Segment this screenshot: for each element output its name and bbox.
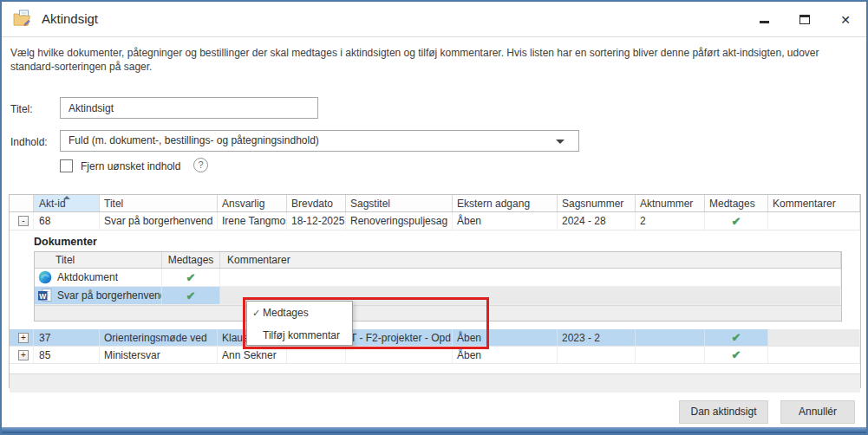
menu-check-icon: ✓ bbox=[247, 308, 263, 319]
documents-table-footer bbox=[35, 305, 841, 321]
chevron-down-icon bbox=[556, 140, 565, 144]
folder-document-icon bbox=[13, 10, 33, 30]
context-menu: ✓ Medtages Tilføj kommentar bbox=[246, 301, 353, 346]
edge-browser-icon bbox=[38, 270, 52, 284]
header-aktnummer[interactable]: Aktnummer bbox=[636, 195, 705, 211]
fjern-uonsket-checkbox[interactable] bbox=[60, 159, 73, 172]
document-row-svar-paa-borgerhenvendelse[interactable]: W Svar på borgerhenvend ✔ bbox=[35, 287, 841, 305]
dialog-title: Aktindsigt bbox=[42, 11, 98, 26]
medtages-check-icon: ✔ bbox=[732, 331, 741, 344]
title-bar: Aktindsigt ✕ bbox=[2, 2, 866, 37]
close-icon: ✕ bbox=[840, 14, 851, 26]
doc-header-kommentarer[interactable]: Kommentarer bbox=[220, 252, 841, 268]
cell-ekstern-adgang: Åben bbox=[453, 329, 558, 346]
cell-aktnummer bbox=[636, 347, 705, 363]
cell-sagstitel: Renoveringspuljesag bbox=[346, 212, 453, 230]
cell-sagsnummer: 2024 - 28 bbox=[558, 212, 636, 230]
doc-header-titel[interactable]: Titel bbox=[35, 252, 162, 268]
sort-ascending-icon bbox=[63, 196, 70, 199]
header-kommentarer[interactable]: Kommentarer bbox=[768, 195, 860, 211]
documents-table: Titel Medtages Kommentarer Aktdokume bbox=[34, 251, 842, 321]
dan-aktindsigt-button[interactable]: Dan aktindsigt bbox=[679, 400, 768, 424]
table-header-row: Akt-id Titel Ansvarlig Brevdato Sagstite… bbox=[10, 195, 860, 212]
table-row-85[interactable]: + 85 Ministersvar Ann Sekner Åben ✔ bbox=[10, 347, 860, 364]
indhold-label: Indhold: bbox=[10, 136, 48, 148]
cell-ansvarlig: Ann Sekner bbox=[218, 347, 287, 363]
cell-sagsnummer bbox=[558, 347, 636, 363]
cell-akt-id: 37 bbox=[34, 329, 100, 346]
cell-titel: Svar på borgerhenvend bbox=[100, 212, 218, 230]
documents-header-row: Titel Medtages Kommentarer bbox=[35, 252, 841, 269]
cell-brevdato bbox=[287, 347, 346, 363]
cell-aktnummer: 2 bbox=[636, 212, 705, 230]
cell-brevdato: 18-12-2025 bbox=[287, 212, 346, 230]
maximize-icon bbox=[799, 15, 810, 24]
minimize-icon bbox=[760, 21, 769, 23]
header-sagsnummer[interactable]: Sagsnummer bbox=[558, 195, 636, 211]
documents-panel: Dokumenter Titel Medtages Kommentarer bbox=[10, 236, 860, 329]
cell-akt-id: 68 bbox=[34, 212, 100, 230]
fjern-uonsket-label: Fjern uønsket indhold bbox=[81, 160, 180, 172]
minimize-button[interactable] bbox=[757, 13, 771, 27]
table-empty-area bbox=[10, 364, 860, 373]
collapse-row-button[interactable]: - bbox=[18, 216, 29, 226]
document-row-aktdokument[interactable]: Aktdokument ✔ bbox=[35, 269, 841, 287]
cell-sagsnummer: 2023 - 2 bbox=[558, 329, 636, 346]
header-medtages[interactable]: Medtages bbox=[705, 195, 768, 211]
expand-row-button[interactable]: + bbox=[18, 333, 29, 343]
records-table: Akt-id Titel Ansvarlig Brevdato Sagstite… bbox=[9, 194, 861, 388]
cell-ekstern-adgang: Åben bbox=[453, 347, 558, 363]
documents-title: Dokumenter bbox=[34, 236, 860, 250]
header-expander bbox=[10, 195, 34, 211]
cell-titel: Orienteringsmøde ved bbox=[100, 329, 218, 346]
header-ansvarlig[interactable]: Ansvarlig bbox=[218, 195, 287, 211]
cell-sagstitel: T - F2-projekter - Opd bbox=[346, 329, 453, 346]
cell-ekstern-adgang: Åben bbox=[453, 212, 558, 230]
table-scrollbar-track[interactable] bbox=[10, 373, 860, 393]
maximize-button[interactable] bbox=[798, 13, 812, 27]
menu-item-label: Tilføj kommentar bbox=[263, 329, 340, 341]
titel-label: Titel: bbox=[10, 103, 33, 115]
header-titel[interactable]: Titel bbox=[100, 195, 218, 211]
cell-ansvarlig: Irene Tangmose bbox=[218, 212, 287, 230]
cell-kommentarer bbox=[768, 329, 860, 346]
header-akt-id[interactable]: Akt-id bbox=[34, 195, 100, 211]
header-brevdato[interactable]: Brevdato bbox=[287, 195, 346, 211]
intro-text: Vælg hvilke dokumenter, påtegninger og b… bbox=[10, 46, 860, 74]
menu-item-label: Medtages bbox=[263, 307, 309, 319]
doc-header-medtages[interactable]: Medtages bbox=[162, 252, 220, 268]
word-document-icon: W bbox=[38, 289, 52, 302]
context-menu-item-medtages[interactable]: ✓ Medtages bbox=[247, 302, 352, 324]
cell-kommentarer bbox=[768, 347, 860, 363]
indhold-dropdown[interactable]: Fuld (m. dokument-, bestillings- og påte… bbox=[60, 130, 579, 152]
aktindsigt-dialog: Aktindsigt ✕ Vælg hvilke dokumenter, påt… bbox=[0, 0, 868, 435]
cell-titel: Ministersvar bbox=[100, 347, 218, 363]
cell-sagstitel bbox=[346, 347, 453, 363]
medtages-check-icon: ✔ bbox=[186, 289, 196, 302]
table-row-68[interactable]: - 68 Svar på borgerhenvend Irene Tangmos… bbox=[10, 212, 860, 230]
titel-input[interactable] bbox=[60, 97, 318, 119]
doc-titel: Aktdokument bbox=[57, 271, 118, 283]
context-menu-item-tilfoj-kommentar[interactable]: Tilføj kommentar bbox=[247, 324, 352, 347]
expand-row-button[interactable]: + bbox=[18, 350, 29, 360]
cell-aktnummer bbox=[636, 329, 705, 346]
indhold-selected-value: Fuld (m. dokument-, bestillings- og påte… bbox=[69, 134, 319, 146]
cell-kommentarer bbox=[768, 212, 860, 230]
table-row-37[interactable]: + 37 Orienteringsmøde ved Klaus S T - F2… bbox=[10, 329, 860, 347]
svg-text:W: W bbox=[39, 292, 47, 301]
medtages-check-icon: ✔ bbox=[732, 348, 741, 361]
help-icon[interactable]: ? bbox=[193, 158, 208, 172]
bottom-window-edge bbox=[2, 427, 866, 433]
doc-kommentarer bbox=[220, 269, 841, 286]
header-sagstitel[interactable]: Sagstitel bbox=[346, 195, 453, 211]
header-ekstern-adgang[interactable]: Ekstern adgang bbox=[453, 195, 558, 211]
medtages-check-icon: ✔ bbox=[732, 215, 741, 228]
cell-akt-id: 85 bbox=[34, 347, 100, 363]
medtages-check-icon: ✔ bbox=[186, 271, 196, 284]
close-button[interactable]: ✕ bbox=[839, 13, 852, 27]
annuller-button[interactable]: Annullér bbox=[780, 400, 855, 424]
doc-titel: Svar på borgerhenvend bbox=[57, 289, 162, 302]
